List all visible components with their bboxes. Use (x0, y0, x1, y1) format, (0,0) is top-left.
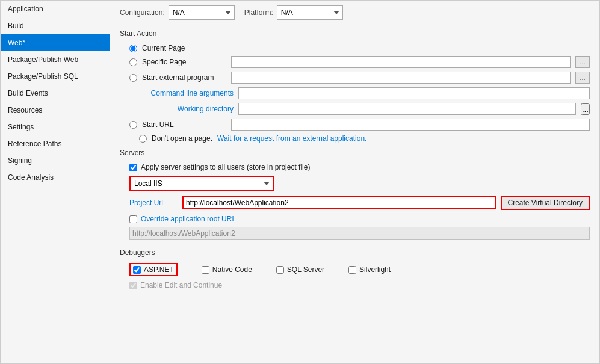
specific-page-browse-btn[interactable]: ... (575, 56, 590, 68)
command-line-input[interactable] (238, 87, 590, 99)
sql-server-label[interactable]: SQL Server (287, 265, 324, 274)
servers-divider (149, 153, 590, 153)
sidebar-item-application[interactable]: Application (1, 1, 110, 17)
current-page-row: Current Page (129, 44, 590, 52)
override-url-checkbox[interactable] (129, 215, 137, 223)
servers-header: Servers (120, 149, 590, 157)
working-dir-input[interactable] (238, 103, 576, 115)
command-line-row: Command line arguments (139, 87, 590, 99)
configuration-label: Configuration: (120, 8, 165, 17)
command-line-label: Command line arguments (139, 89, 234, 97)
apply-server-checkbox[interactable] (129, 164, 137, 171)
main-content: Configuration: N/A Platform: N/A Start A… (110, 1, 599, 363)
wait-request-text: Wait for a request from an external appl… (217, 134, 366, 143)
start-url-row: Start URL (129, 119, 590, 131)
start-action-title: Start Action (120, 29, 156, 38)
working-dir-row: Working directory ... (139, 103, 590, 115)
sidebar-item-settings[interactable]: Settings (1, 119, 110, 135)
edit-continue-row: Enable Edit and Continue (129, 281, 590, 289)
native-code-debugger: Native Code (202, 265, 252, 274)
specific-page-radio[interactable] (129, 58, 137, 66)
specific-page-row: Specific Page ... (129, 56, 590, 68)
debuggers-title: Debuggers (120, 248, 155, 257)
project-url-row: Project Url Create Virtual Directory (129, 196, 590, 210)
sidebar-item-signing[interactable]: Signing (1, 152, 110, 169)
sql-server-checkbox[interactable] (276, 266, 284, 274)
debuggers-row: ASP.NET Native Code SQL Server Silverlig… (129, 263, 590, 276)
dont-open-radio[interactable] (139, 135, 147, 143)
asp-net-checkbox[interactable] (133, 266, 141, 274)
sql-server-debugger: SQL Server (276, 265, 324, 274)
dont-open-text: Don't open a page. (152, 134, 212, 143)
platform-select[interactable]: N/A (277, 5, 343, 20)
external-program-radio[interactable] (129, 74, 137, 82)
server-dropdown[interactable]: Local IIS IIS Express Custom None (129, 176, 274, 191)
sidebar-item-web[interactable]: Web* (1, 34, 110, 51)
project-url-input[interactable] (182, 196, 496, 209)
project-url-label: Project Url (129, 199, 178, 207)
working-dir-browse-btn[interactable]: ... (581, 103, 590, 115)
sidebar-item-package-publish-sql[interactable]: Package/Publish SQL (1, 68, 110, 85)
configuration-group: Configuration: N/A (120, 5, 235, 20)
external-program-label[interactable]: Start external program (142, 73, 226, 82)
edit-continue-checkbox[interactable] (129, 282, 137, 289)
configuration-select[interactable]: N/A (169, 5, 235, 20)
external-program-browse-btn[interactable]: ... (575, 72, 590, 84)
create-virtual-directory-button[interactable]: Create Virtual Directory (501, 196, 590, 210)
start-url-input[interactable] (231, 119, 590, 131)
asp-net-label[interactable]: ASP.NET (144, 265, 174, 274)
debuggers-divider (160, 253, 590, 253)
silverlight-label[interactable]: Silverlight (359, 265, 391, 274)
apply-server-settings-row: Apply server settings to all users (stor… (129, 163, 590, 171)
start-action-divider (161, 34, 590, 34)
start-url-radio[interactable] (129, 121, 137, 129)
specific-page-input[interactable] (231, 56, 571, 68)
dont-open-row: Don't open a page. Wait for a request fr… (139, 134, 590, 143)
debuggers-header: Debuggers (120, 248, 590, 257)
silverlight-checkbox[interactable] (348, 266, 356, 274)
native-code-label[interactable]: Native Code (212, 265, 252, 274)
app-root-input[interactable] (129, 227, 590, 240)
sidebar-item-package-publish-web[interactable]: Package/Publish Web (1, 51, 110, 68)
override-row: Override application root URL (129, 215, 590, 223)
start-action-group: Current Page Specific Page ... Start ext… (129, 44, 590, 143)
asp-net-debugger: ASP.NET (129, 263, 178, 276)
sidebar: Application Build Web* Package/Publish W… (1, 1, 110, 363)
apply-server-label[interactable]: Apply server settings to all users (stor… (141, 163, 310, 171)
top-bar: Configuration: N/A Platform: N/A (120, 5, 590, 20)
start-url-label[interactable]: Start URL (142, 120, 226, 129)
sidebar-item-resources[interactable]: Resources (1, 102, 110, 119)
start-action-header: Start Action (120, 29, 590, 38)
external-program-row: Start external program ... (129, 72, 590, 84)
platform-label: Platform: (244, 8, 273, 17)
current-page-label[interactable]: Current Page (142, 44, 226, 52)
servers-title: Servers (120, 149, 144, 157)
edit-continue-label: Enable Edit and Continue (140, 281, 222, 289)
sidebar-item-reference-paths[interactable]: Reference Paths (1, 135, 110, 152)
external-program-input[interactable] (231, 72, 571, 84)
server-select-row: Local IIS IIS Express Custom None (129, 176, 590, 191)
sidebar-item-build-events[interactable]: Build Events (1, 85, 110, 102)
native-code-checkbox[interactable] (202, 266, 209, 274)
silverlight-debugger: Silverlight (348, 265, 391, 274)
platform-group: Platform: N/A (244, 5, 343, 20)
working-dir-label: Working directory (139, 105, 234, 113)
override-url-label[interactable]: Override application root URL (141, 215, 236, 223)
specific-page-label[interactable]: Specific Page (142, 58, 226, 66)
current-page-radio[interactable] (129, 45, 137, 52)
sidebar-item-build[interactable]: Build (1, 17, 110, 34)
sidebar-item-code-analysis[interactable]: Code Analysis (1, 169, 110, 186)
